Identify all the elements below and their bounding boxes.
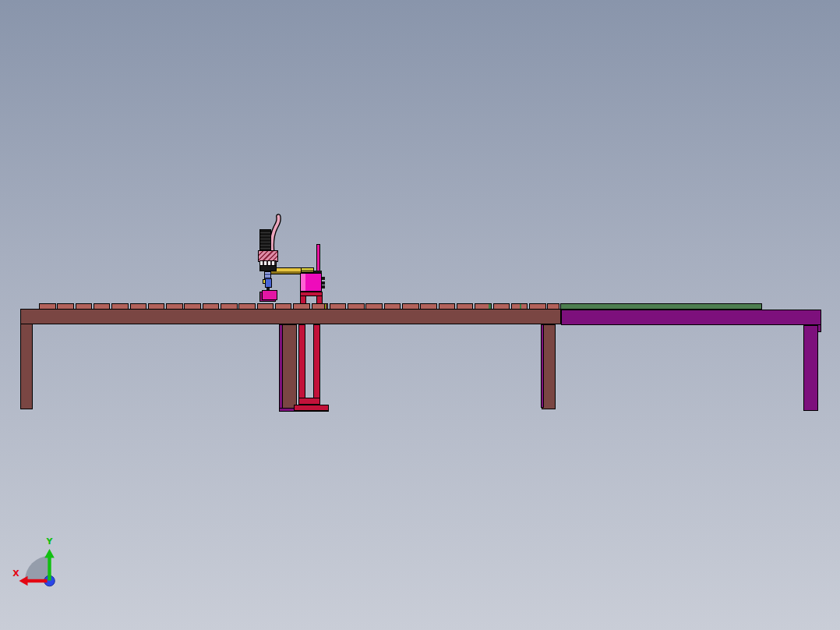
outfeed-deck bbox=[561, 310, 821, 326]
conveyor-slat bbox=[148, 303, 165, 310]
purple-leg-sliver-middle bbox=[279, 324, 283, 409]
outfeed-deck-end-cap bbox=[817, 324, 821, 332]
conveyor-slat bbox=[420, 303, 437, 310]
conveyor-slat bbox=[402, 303, 419, 310]
conveyor-slat bbox=[203, 303, 220, 310]
y-axis-arrowhead-icon bbox=[44, 549, 55, 558]
conveyor-slat bbox=[275, 303, 292, 310]
conveyor-slat bbox=[457, 303, 474, 310]
stand-bottom-bar bbox=[298, 398, 320, 405]
cad-viewport[interactable]: Y X bbox=[0, 0, 840, 630]
robot-body-connector bbox=[322, 277, 326, 280]
stand-foot-plate bbox=[294, 405, 329, 411]
conveyor-slat bbox=[330, 303, 347, 310]
conveyor-slat bbox=[439, 303, 456, 310]
robot-ribbed-column bbox=[259, 229, 272, 251]
conveyor-slat bbox=[130, 303, 147, 310]
gripper-valve-box bbox=[265, 278, 272, 288]
table-leg-right bbox=[542, 324, 556, 409]
robot-arm-end-cylinder bbox=[301, 267, 314, 273]
robot-body-connector bbox=[322, 285, 326, 288]
conveyor-slat bbox=[365, 303, 383, 310]
y-axis-shaft bbox=[48, 557, 51, 581]
x-axis-arrowhead-icon bbox=[19, 576, 28, 586]
conveyor-slat bbox=[493, 303, 510, 310]
slat-gap-marker-green bbox=[489, 304, 491, 310]
robot-arm-joint bbox=[259, 265, 277, 272]
conveyor-slat bbox=[293, 303, 310, 310]
conveyor-slat bbox=[547, 303, 559, 310]
conveyor-slat bbox=[111, 303, 129, 310]
conveyor-slat bbox=[94, 303, 111, 310]
conveyor-slat bbox=[529, 303, 546, 310]
conveyor-slat bbox=[384, 303, 401, 310]
conveyor-slat bbox=[348, 303, 365, 310]
x-axis-label: X bbox=[12, 568, 19, 579]
outfeed-belt-green bbox=[560, 303, 762, 310]
slat-gap-marker-green bbox=[520, 304, 522, 310]
conveyor-slat bbox=[184, 303, 201, 310]
outfeed-leg-right bbox=[803, 325, 818, 411]
conveyor-slat bbox=[221, 303, 238, 310]
robot-body bbox=[300, 273, 323, 292]
purple-leg-sliver-right bbox=[541, 324, 544, 408]
stand-post-right bbox=[313, 324, 320, 405]
view-triad: Y X bbox=[9, 531, 69, 590]
table-leg-middle bbox=[282, 324, 297, 409]
conveyor-slat bbox=[76, 303, 93, 310]
stand-post-left bbox=[298, 324, 305, 405]
conveyor-slat bbox=[257, 303, 274, 310]
y-axis-label: Y bbox=[46, 536, 54, 547]
slat-marker-yellow bbox=[324, 303, 326, 310]
table-beam bbox=[20, 309, 561, 324]
x-axis-shaft bbox=[27, 579, 48, 582]
conveyor-slat bbox=[57, 303, 74, 310]
gripper-plate-front bbox=[262, 290, 277, 300]
robot-body-connector bbox=[322, 281, 326, 285]
conveyor-slat bbox=[39, 303, 56, 310]
conveyor-slat bbox=[166, 303, 183, 310]
conveyor-slat bbox=[238, 303, 256, 310]
robot-spindle-post bbox=[316, 244, 320, 274]
